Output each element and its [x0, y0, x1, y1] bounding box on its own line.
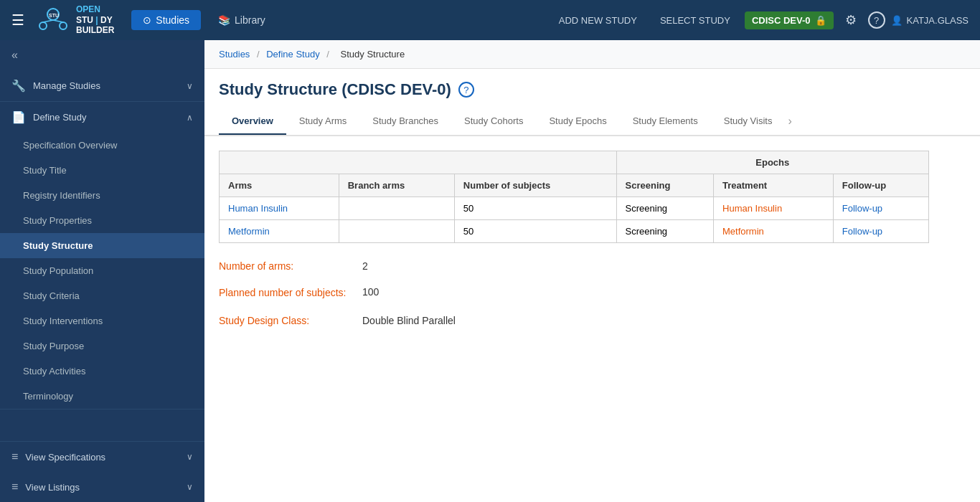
- table-row: Metformin 50 Screening Metformin Follow-…: [220, 220, 929, 243]
- info-num-arms: Number of arms: 2: [219, 260, 966, 272]
- view-listings-chevron: ∨: [187, 482, 193, 492]
- num-arms-value: 2: [362, 260, 368, 272]
- define-study-subnav: Specification Overview Study Title Regis…: [0, 133, 204, 409]
- tab-study-arms[interactable]: Study Arms: [286, 108, 359, 136]
- study-overview-table: Epochs Arms Branch arms Number of subjec…: [219, 151, 929, 243]
- treatment-human-insulin-link[interactable]: Human Insulin: [722, 203, 782, 214]
- settings-icon[interactable]: ⚙: [839, 12, 862, 28]
- sidebar-item-view-listings[interactable]: ≡ View Listings ∨: [0, 472, 204, 502]
- main-content: Studies / Define Study / Study Structure…: [204, 40, 980, 502]
- subjects-2: 50: [454, 220, 616, 243]
- sidebar-item-study-interventions[interactable]: Study Interventions: [0, 308, 204, 333]
- page-header: Study Structure (CDISC DEV-0) ?: [204, 69, 980, 99]
- page-title: Study Structure (CDISC DEV-0): [219, 80, 451, 99]
- arm-human-insulin-link[interactable]: Human Insulin: [228, 203, 288, 214]
- info-design-class: Study Design Class: Double Blind Paralle…: [219, 315, 966, 326]
- define-study-icon: 📄: [11, 110, 26, 124]
- logo-open: OPEN: [76, 4, 100, 14]
- lock-icon: 🔒: [815, 15, 826, 26]
- branch-arm-2: [339, 220, 454, 243]
- main-layout: « 🔧 Manage Studies ∨ 📄 Define Study ∧: [0, 40, 980, 502]
- sidebar-item-study-population[interactable]: Study Population: [0, 258, 204, 283]
- info-planned-subjects: Planned number of subjects: 100: [219, 286, 966, 300]
- sidebar-collapse-button[interactable]: «: [0, 40, 204, 70]
- studies-label: Studies: [156, 14, 189, 26]
- tab-study-epochs[interactable]: Study Epochs: [536, 108, 619, 136]
- sidebar-item-manage-studies[interactable]: 🔧 Manage Studies ∨: [0, 70, 204, 101]
- studies-button[interactable]: ⊙ Studies: [131, 10, 201, 30]
- design-class-label: Study Design Class:: [219, 315, 362, 326]
- svg-text:STU: STU: [49, 13, 59, 18]
- tab-study-elements[interactable]: Study Elements: [620, 108, 711, 136]
- col-header-followup: Follow-up: [833, 174, 928, 197]
- sidebar-item-study-structure[interactable]: Study Structure: [0, 233, 204, 258]
- planned-subjects-label: Planned number of subjects:: [219, 286, 362, 300]
- treatment-metformin-link[interactable]: Metformin: [722, 226, 764, 237]
- select-study-link[interactable]: SELECT STUDY: [651, 15, 739, 26]
- top-navigation: ☰ STU OPEN STU | DY BUILDER ⊙ Studies 📚 …: [0, 0, 980, 40]
- cdisc-label: CDISC DEV-0: [752, 15, 811, 26]
- svg-point-2: [60, 22, 67, 29]
- design-class-value: Double Blind Parallel: [362, 315, 456, 326]
- view-listings-icon: ≡: [11, 480, 18, 493]
- sidebar-item-study-title[interactable]: Study Title: [0, 158, 204, 183]
- col-header-num-subjects: Number of subjects: [454, 174, 616, 197]
- sidebar: « 🔧 Manage Studies ∨ 📄 Define Study ∧: [0, 40, 204, 502]
- followup-1-link[interactable]: Follow-up: [842, 203, 882, 214]
- screening-1: Screening: [616, 197, 713, 220]
- tab-study-branches[interactable]: Study Branches: [359, 108, 451, 136]
- manage-studies-label: Manage Studies: [33, 80, 100, 91]
- studies-icon: ⊙: [143, 14, 151, 26]
- view-spec-icon: ≡: [11, 450, 18, 463]
- manage-studies-chevron: ∨: [187, 81, 193, 91]
- library-icon: 📚: [218, 14, 230, 26]
- sidebar-item-study-activities[interactable]: Study Activities: [0, 359, 204, 384]
- subjects-1: 50: [454, 197, 616, 220]
- screening-2: Screening: [616, 220, 713, 243]
- logo-builder: BUILDER: [76, 25, 114, 35]
- sidebar-item-terminology[interactable]: Terminology: [0, 384, 204, 409]
- sidebar-section-define: 📄 Define Study ∧ Specification Overview …: [0, 102, 204, 409]
- define-study-label: Define Study: [33, 112, 86, 123]
- logo: STU OPEN STU | DY BUILDER: [36, 4, 114, 35]
- breadcrumb-define-study[interactable]: Define Study: [266, 49, 319, 60]
- num-arms-label: Number of arms:: [219, 260, 362, 272]
- library-button[interactable]: 📚 Library: [207, 10, 277, 30]
- sidebar-item-define-study[interactable]: 📄 Define Study ∧: [0, 102, 204, 133]
- col-header-arms: Arms: [220, 174, 339, 197]
- branch-arm-1: [339, 197, 454, 220]
- svg-line-4: [53, 20, 63, 22]
- sidebar-item-study-purpose[interactable]: Study Purpose: [0, 333, 204, 359]
- planned-subjects-value: 100: [362, 286, 379, 298]
- help-nav-icon[interactable]: ?: [868, 11, 885, 29]
- col-header-screening: Screening: [616, 174, 713, 197]
- add-new-study-link[interactable]: ADD NEW STUDY: [550, 15, 646, 26]
- view-spec-label: View Specifications: [25, 452, 105, 463]
- svg-point-1: [39, 22, 47, 29]
- sidebar-item-specification-overview[interactable]: Specification Overview: [0, 133, 204, 158]
- sidebar-item-view-specifications[interactable]: ≡ View Specifications ∨: [0, 442, 204, 472]
- arm-metformin-link[interactable]: Metformin: [228, 226, 270, 237]
- sidebar-item-registry-identifiers[interactable]: Registry Identifiers: [0, 183, 204, 208]
- sidebar-item-study-criteria[interactable]: Study Criteria: [0, 283, 204, 308]
- followup-2-link[interactable]: Follow-up: [842, 226, 882, 237]
- define-study-chevron: ∧: [187, 113, 193, 123]
- cdisc-badge[interactable]: CDISC DEV-0 🔒: [745, 11, 834, 29]
- tabs-next-arrow[interactable]: ›: [785, 108, 794, 135]
- breadcrumb: Studies / Define Study / Study Structure: [204, 40, 980, 69]
- table-row: Human Insulin 50 Screening Human Insulin…: [220, 197, 929, 220]
- hamburger-menu-icon[interactable]: ☰: [11, 11, 24, 29]
- tab-study-cohorts[interactable]: Study Cohorts: [451, 108, 536, 136]
- tab-study-visits[interactable]: Study Visits: [711, 108, 786, 136]
- page-help-icon[interactable]: ?: [458, 82, 474, 98]
- tab-overview[interactable]: Overview: [219, 108, 286, 136]
- col-header-branch-arms: Branch arms: [339, 174, 454, 197]
- content-area: Epochs Arms Branch arms Number of subjec…: [204, 136, 980, 355]
- manage-studies-icon: 🔧: [11, 79, 26, 93]
- view-spec-chevron: ∨: [187, 452, 193, 462]
- sidebar-item-study-properties[interactable]: Study Properties: [0, 208, 204, 233]
- user-menu[interactable]: 👤 KATJA.GLASS: [891, 15, 969, 26]
- breadcrumb-current: Study Structure: [341, 49, 405, 60]
- breadcrumb-studies[interactable]: Studies: [219, 49, 250, 60]
- user-icon: 👤: [891, 15, 903, 26]
